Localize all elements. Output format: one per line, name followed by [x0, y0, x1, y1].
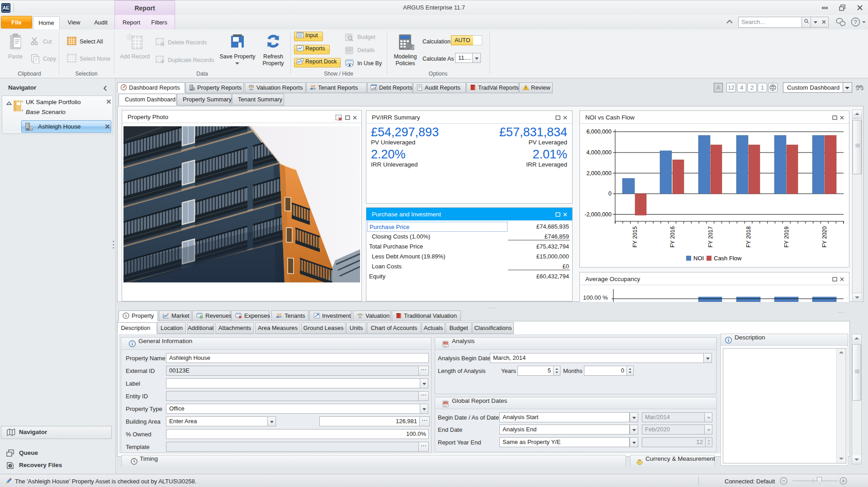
- svg-text:NOI: NOI: [693, 255, 704, 262]
- svg-text:4,000,000: 4,000,000: [586, 149, 612, 156]
- svg-text:6,000,000: 6,000,000: [586, 129, 612, 135]
- svg-text:?: ?: [9, 464, 11, 468]
- svg-text:12: 12: [444, 402, 447, 405]
- svg-text:FY 2018: FY 2018: [745, 226, 752, 248]
- svg-text:FY 2020: FY 2020: [821, 226, 828, 248]
- svg-text:FY 2016: FY 2016: [669, 226, 676, 248]
- svg-text:0: 0: [608, 191, 612, 197]
- svg-text:2,000,000: 2,000,000: [586, 170, 612, 177]
- svg-text:FY 2015: FY 2015: [632, 226, 638, 248]
- svg-text:Cash Flow: Cash Flow: [714, 255, 742, 262]
- svg-text:12: 12: [444, 342, 447, 345]
- svg-text:FY 2019: FY 2019: [783, 226, 790, 248]
- svg-text:FY 2017: FY 2017: [707, 226, 714, 248]
- svg-text:?: ?: [854, 19, 858, 25]
- svg-text:-2,000,000: -2,000,000: [584, 211, 612, 218]
